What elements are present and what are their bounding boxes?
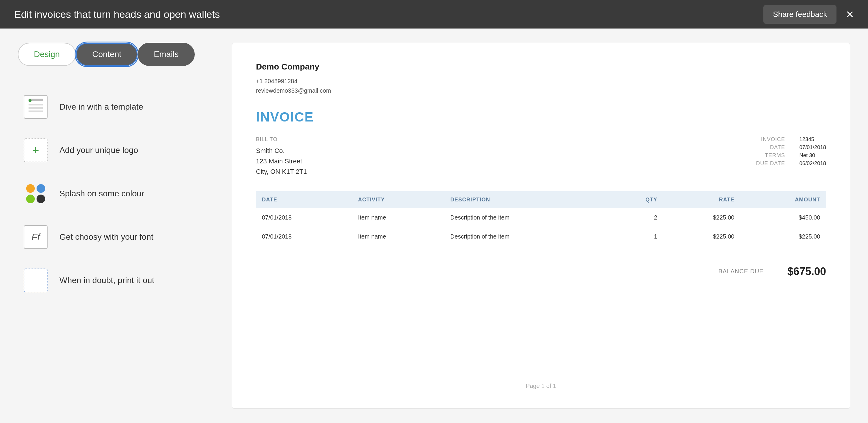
cell-activity: Item name (352, 208, 444, 227)
feature-label-template: Dive in with a template (59, 102, 143, 112)
date-label: DATE (756, 144, 785, 151)
page-footer: Page 1 of 1 (256, 373, 826, 389)
feature-label-print: When in doubt, print it out (59, 276, 154, 285)
feature-label-colour: Splash on some colour (59, 189, 144, 198)
bill-to-section: BILL TO Smith Co. 123 Main Street City, … (256, 136, 307, 177)
color-dot-green (26, 195, 35, 203)
feature-item-font[interactable]: Ff Get choosy with your font (18, 217, 214, 257)
color-dot-blue (37, 184, 45, 193)
tab-bar: Design Content Emails (18, 43, 214, 66)
table-row: 07/01/2018 Item name Description of the … (256, 227, 826, 246)
close-button[interactable]: × (846, 8, 854, 21)
cell-qty: 2 (609, 208, 663, 227)
colour-icon (23, 181, 49, 207)
invoice-meta: BILL TO Smith Co. 123 Main Street City, … (256, 136, 826, 177)
invoice-details-right: INVOICE 12345 DATE 07/01/2018 TERMS Net … (756, 136, 826, 177)
feature-label-logo: Add your unique logo (59, 145, 138, 155)
print-icon-shape (24, 268, 48, 292)
balance-due-label: BALANCE DUE (718, 268, 764, 275)
cell-description: Description of the item (444, 227, 609, 246)
logo-icon: + (23, 137, 49, 163)
color-dot-orange (26, 184, 35, 193)
modal-header: Edit invoices that turn heads and open w… (0, 0, 868, 29)
table-row: 07/01/2018 Item name Description of the … (256, 208, 826, 227)
feature-item-colour[interactable]: Splash on some colour (18, 173, 214, 214)
font-icon: Ff (23, 224, 49, 250)
cell-qty: 1 (609, 227, 663, 246)
date-value: 07/01/2018 (799, 144, 826, 151)
bill-to-name: Smith Co. (256, 145, 307, 156)
col-date: DATE (256, 191, 352, 208)
cell-activity: Item name (352, 227, 444, 246)
cell-rate: $225.00 (663, 227, 740, 246)
table-header-row: DATE ACTIVITY DESCRIPTION QTY RATE AMOUN… (256, 191, 826, 208)
color-dot-dark (37, 195, 45, 203)
feature-item-template[interactable]: Dive in with a template (18, 87, 214, 127)
terms-value: Net 30 (799, 152, 826, 159)
feature-list: Dive in with a template + Add your uniqu… (18, 87, 214, 301)
font-icon-text: Ff (32, 232, 40, 243)
col-description: DESCRIPTION (444, 191, 609, 208)
feature-item-print[interactable]: When in doubt, print it out (18, 260, 214, 301)
col-qty: QTY (609, 191, 663, 208)
modal-body: Design Content Emails Dive in with a tem… (0, 29, 868, 423)
print-icon (23, 267, 49, 293)
cell-description: Description of the item (444, 208, 609, 227)
left-panel: Design Content Emails Dive in with a tem… (18, 43, 214, 409)
col-activity: ACTIVITY (352, 191, 444, 208)
bill-to-address1: 123 Main Street (256, 156, 307, 166)
template-icon (23, 94, 49, 120)
invoice-preview: Demo Company +1 2048991284 reviewdemo333… (232, 43, 850, 409)
cell-date: 07/01/2018 (256, 227, 352, 246)
terms-label: TERMS (756, 152, 785, 159)
company-name: Demo Company (256, 62, 826, 72)
tab-emails[interactable]: Emails (137, 43, 195, 66)
tab-design[interactable]: Design (18, 43, 76, 66)
cell-rate: $225.00 (663, 208, 740, 227)
col-amount: AMOUNT (740, 191, 826, 208)
share-feedback-button[interactable]: Share feedback (763, 5, 836, 24)
feature-label-font: Get choosy with your font (59, 232, 153, 242)
invoice-number-value: 12345 (799, 136, 826, 142)
col-rate: RATE (663, 191, 740, 208)
tab-content[interactable]: Content (76, 43, 137, 66)
feature-item-logo[interactable]: + Add your unique logo (18, 130, 214, 170)
due-date-value: 06/02/2018 (799, 160, 826, 167)
template-icon-shape (24, 95, 48, 119)
cell-date: 07/01/2018 (256, 208, 352, 227)
invoice-phone: +1 2048991284 (256, 76, 826, 86)
bill-to-label: BILL TO (256, 136, 307, 142)
plus-icon: + (32, 144, 39, 156)
invoice-email: reviewdemo333@gmail.com (256, 86, 826, 95)
cell-amount: $450.00 (740, 208, 826, 227)
invoice-contact: +1 2048991284 reviewdemo333@gmail.com (256, 76, 826, 95)
invoice-number-label: INVOICE (756, 136, 785, 142)
modal-container: Edit invoices that turn heads and open w… (0, 0, 868, 423)
font-icon-shape: Ff (24, 225, 48, 249)
bill-to-city: City, ON K1T 2T1 (256, 166, 307, 177)
balance-row: BALANCE DUE $675.00 (256, 261, 826, 278)
cell-amount: $225.00 (740, 227, 826, 246)
modal-title: Edit invoices that turn heads and open w… (14, 9, 220, 20)
invoice-title: INVOICE (256, 109, 826, 125)
invoice-table: DATE ACTIVITY DESCRIPTION QTY RATE AMOUN… (256, 191, 826, 246)
colour-icon-shape (24, 182, 48, 205)
balance-due-amount: $675.00 (787, 265, 826, 278)
header-actions: Share feedback × (763, 5, 854, 24)
logo-icon-shape: + (24, 138, 48, 162)
template-dot (29, 99, 32, 102)
due-date-label: DUE DATE (756, 160, 785, 167)
